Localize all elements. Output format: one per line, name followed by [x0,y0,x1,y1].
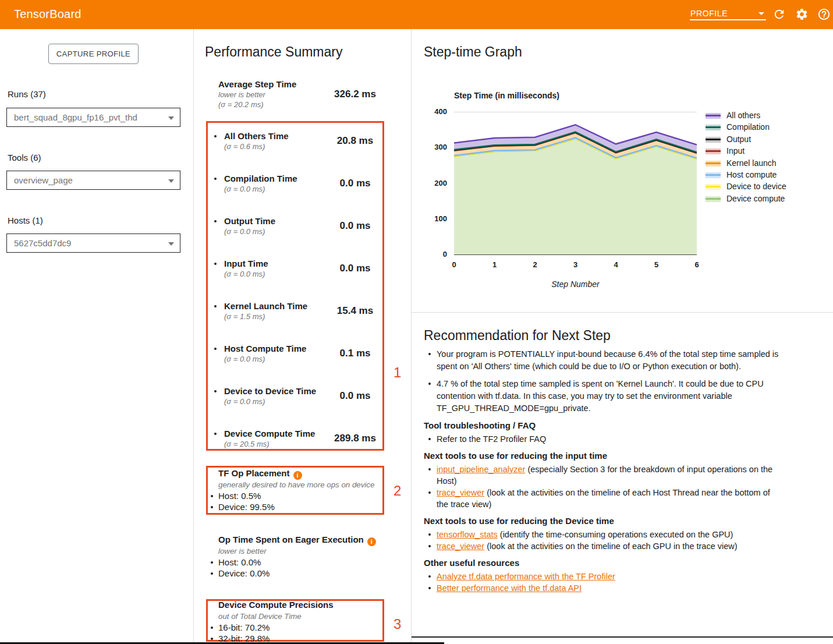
legend-line [706,115,721,116]
info-icon[interactable]: i [367,537,376,546]
subsection-heading: Other useful resources [424,558,817,568]
legend-line [706,186,721,187]
eager-execution-subtitle: lower is better [218,547,267,555]
area-device-compute [454,139,697,254]
chevron-down-icon [168,242,174,246]
hosts-select-value: 5627c5dd7dc9 [14,238,71,248]
settings-button[interactable] [795,8,809,22]
x-tick-label: 1 [488,260,502,269]
link-analyze-tf-data-performance-with-the-tf-profiler[interactable]: Analyze tf.data performance with the TF … [437,572,615,581]
dashboard-selector[interactable]: PROFILE [690,6,766,20]
x-tick-label: 4 [609,260,623,269]
refresh-icon [772,8,786,21]
device-compute-precisions-item: 32-bit: 29.8% [218,634,270,643]
legend-label: Device to device [726,182,786,191]
bullet-dot [211,638,213,640]
x-tick-label: 0 [447,260,461,269]
link-input-pipeline-analyzer[interactable]: input_pipeline_analyzer [437,465,525,474]
legend-swatch [706,125,721,130]
y-tick-label: 300 [424,143,447,151]
step-time-graph-section: Step-time Graph Step Time (in millisecon… [412,29,833,313]
bullet-dot [211,572,213,575]
bullet-dot [211,506,213,508]
tensorboard-profile-page: TensorBoard PROFILE CAPTURE PROFILE Runs… [0,0,833,644]
link-trace-viewer[interactable]: trace_viewer [437,488,484,497]
recommendation-bullet: Your program is POTENTIALLY input-bound … [424,348,796,373]
runs-select-value: bert_squad_8gpu_fp16_pvt_thd [14,112,137,122]
step-time-chart-plot[interactable] [454,112,697,254]
legend-line [706,198,721,200]
recommendation-bullet: 4.7 % of the total step time sampled is … [424,378,796,415]
annotation-number-3: 3 [394,616,401,632]
tf-op-placement-item: Host: 0.5% [218,491,261,501]
annotation-number-1: 1 [394,365,401,381]
app-title: TensorBoard [14,8,81,21]
legend-swatch [706,161,721,167]
chart-title: Step Time (in milliseconds) [454,91,559,100]
legend-label: All others [726,111,760,120]
legend-swatch [706,137,721,143]
refresh-button[interactable] [772,8,786,22]
chevron-down-icon [758,12,764,15]
performance-summary-title: Performance Summary [205,44,342,60]
runs-label: Runs (37) [8,89,46,99]
recommendation-subsection: Tool troubleshooting / FAQRefer to the T… [424,420,817,445]
tools-label: Tools (6) [8,153,41,162]
subsection-item: trace_viewer (look at the activities on … [424,487,773,510]
y-tick-label: 400 [424,107,447,116]
legend-line [706,139,721,140]
x-axis-title: Step Number [454,279,697,289]
legend-swatch [706,184,721,190]
recommendation-subsection: Next tools to use for reducing the Devic… [424,516,817,552]
recommendation-content: Your program is POTENTIALLY input-bound … [424,348,817,594]
recommendation-title: Recommendation for Next Step [424,328,817,344]
chevron-down-icon [168,179,174,183]
legend-swatch [706,113,721,119]
recommendation-subsection: Other useful resourcesAnalyze tf.data pe… [424,558,817,594]
legend-line [706,174,721,176]
legend-swatch [706,172,721,178]
capture-profile-button[interactable]: CAPTURE PROFILE [48,44,139,64]
legend-label: Output [726,135,751,144]
subsection-heading: Next tools to use for reducing the input… [424,451,817,461]
runs-select[interactable]: bert_squad_8gpu_fp16_pvt_thd [6,108,180,127]
legend-line [706,150,721,152]
y-tick-label: 0 [424,250,447,259]
tools-select[interactable]: overview_page [6,171,180,190]
device-compute-precisions-title: Device Compute Precisions [218,600,334,610]
dashboard-selector-label: PROFILE [690,9,728,18]
legend-label: Input [726,146,745,155]
eager-execution-item: Host: 0.0% [218,557,261,567]
hosts-select[interactable]: 5627c5dd7dc9 [6,233,180,253]
performance-summary-section: Performance Summary Average Step Time lo… [193,29,411,644]
subsection-item: Better performance with the tf.data API [424,582,773,594]
annotation-box-1 [206,121,384,451]
link-tensorflow-stats[interactable]: tensorflow_stats [437,530,498,539]
recommendation-section: Recommendation for Next Step Your progra… [412,313,833,636]
subsection-heading: Tool troubleshooting / FAQ [424,420,817,430]
legend-swatch [706,196,721,202]
gear-icon [795,8,809,21]
legend-label: Kernel launch [726,158,777,168]
x-tick-label: 5 [650,260,664,269]
subsection-item: tensorflow_stats (identify the time-cons… [424,529,773,540]
help-button[interactable] [817,8,831,22]
legend-label: Host compute [726,170,777,179]
eager-execution-item: Device: 0.0% [218,568,270,578]
item-text: (identify the time-consuming operations … [498,530,733,539]
avg-step-time-note: lower is better [218,90,265,99]
item-text: (look at the activities on the timeline … [437,488,770,509]
subsection-item: Refer to the TF2 Profiler FAQ [424,433,773,445]
bullet-dot [211,561,213,564]
x-tick-label: 6 [690,260,704,269]
link-better-performance-with-the-tf-data-api[interactable]: Better performance with the tf.data API [437,583,582,593]
x-tick-label: 3 [569,260,583,269]
app-header: TensorBoard PROFILE [0,0,833,29]
tf-op-placement-subtitle: generally desired to have more ops on de… [218,480,374,489]
bullet-dot [211,495,213,497]
legend-line [706,126,721,128]
link-trace-viewer[interactable]: trace_viewer [437,542,484,551]
info-icon[interactable]: i [293,471,302,480]
legend-label: Device compute [726,194,785,203]
step-time-graph-title: Step-time Graph [424,44,522,60]
